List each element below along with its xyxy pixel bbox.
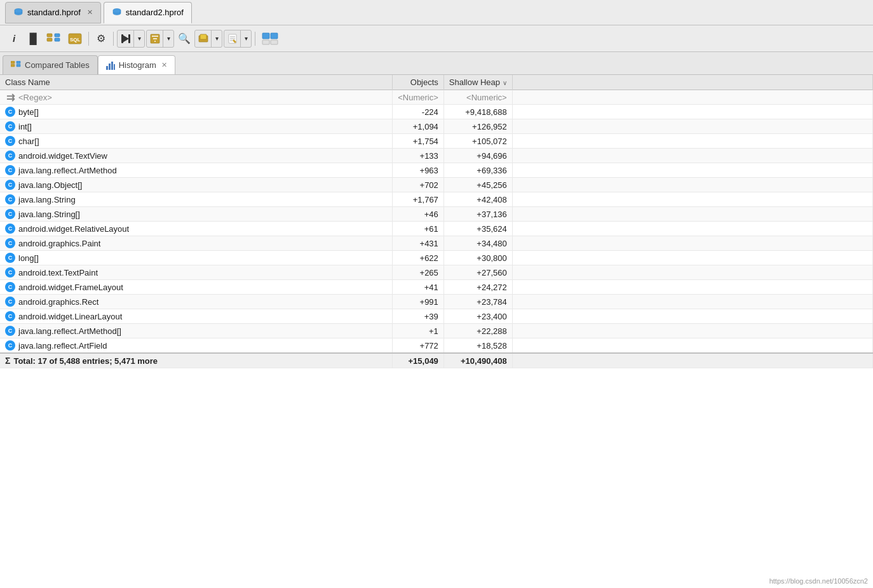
shallowheap-cell: +18,528 xyxy=(443,338,512,354)
svg-rect-29 xyxy=(17,64,20,67)
svg-rect-27 xyxy=(11,64,15,67)
objects-cell: +1,754 xyxy=(393,134,444,149)
table-row[interactable]: Cchar[] +1,754 +105,072 xyxy=(0,134,873,149)
table-row[interactable]: Candroid.widget.TextView +133 +94,696 xyxy=(0,149,873,163)
toolbar-group-3: ▾ xyxy=(194,30,222,48)
layout-icon xyxy=(262,32,278,45)
info-icon: i xyxy=(13,33,15,44)
classname-cell: Cjava.lang.String xyxy=(0,192,393,207)
sql-icon: SQL xyxy=(68,33,82,44)
objects-cell: +61 xyxy=(393,222,444,236)
export-dropdown[interactable]: ▾ xyxy=(212,30,222,48)
extra-cell xyxy=(512,178,872,192)
extra-cell xyxy=(512,163,872,178)
svg-rect-10 xyxy=(128,34,130,43)
filter-dropdown[interactable]: ▾ xyxy=(163,30,173,48)
svg-text:SQL: SQL xyxy=(70,37,81,43)
table-row[interactable]: Cjava.lang.String[] +46 +37,136 xyxy=(0,207,873,222)
toolbar-group-4: ▾ xyxy=(224,30,252,48)
toolbar-sep-3 xyxy=(255,32,255,46)
chart-icon: ▐▌ xyxy=(26,33,41,44)
table-row[interactable]: Cjava.lang.Object[] +702 +45,256 xyxy=(0,178,873,192)
col-header-objects[interactable]: Objects xyxy=(393,75,444,90)
table-row[interactable]: Cjava.lang.reflect.ArtMethod[] +1 +22,28… xyxy=(0,324,873,338)
chart-button[interactable]: ▐▌ xyxy=(24,30,42,48)
report-dropdown[interactable]: ▾ xyxy=(241,30,251,48)
shallowheap-cell: +9,418,688 xyxy=(443,105,512,119)
file-tab-1[interactable]: standard.hprof ✕ xyxy=(5,2,101,23)
classname-cell: Candroid.widget.TextView xyxy=(0,149,393,163)
filter-classname-cell[interactable]: ⇉ <Regex> xyxy=(0,90,393,105)
filter-extra-cell xyxy=(512,90,872,105)
compare-button[interactable] xyxy=(43,30,64,48)
shallowheap-cell: +94,696 xyxy=(443,149,512,163)
objects-cell: +46 xyxy=(393,207,444,222)
objects-cell: +265 xyxy=(393,265,444,280)
shallowheap-cell: +69,336 xyxy=(443,163,512,178)
svg-rect-26 xyxy=(11,61,15,63)
table-row[interactable]: Candroid.widget.RelativeLayout +61 +35,6… xyxy=(0,222,873,236)
objects-cell: +431 xyxy=(393,236,444,251)
table-row[interactable]: Cjava.lang.reflect.ArtField +772 +18,528 xyxy=(0,338,873,354)
sql-button[interactable]: SQL xyxy=(65,30,85,48)
layout-button[interactable] xyxy=(259,30,281,48)
extra-cell xyxy=(512,324,872,338)
file-tab-1-close[interactable]: ✕ xyxy=(87,8,93,17)
tab-compared-tables[interactable]: Compared Tables xyxy=(3,55,98,74)
table-row[interactable]: Candroid.widget.FrameLayout +41 +24,272 xyxy=(0,280,873,295)
run-dropdown[interactable]: ▾ xyxy=(134,30,144,48)
table-row[interactable]: Cint[] +1,094 +126,952 xyxy=(0,119,873,134)
file-tab-2[interactable]: standard2.hprof xyxy=(104,2,192,23)
col-header-shallowheap[interactable]: Shallow Heap ∨ xyxy=(443,75,512,90)
table-row[interactable]: Cbyte[] -224 +9,418,688 xyxy=(0,105,873,119)
shallowheap-cell: +22,288 xyxy=(443,324,512,338)
shallowheap-cell: +105,072 xyxy=(443,134,512,149)
classname-cell: Candroid.text.TextPaint xyxy=(0,265,393,280)
svg-rect-32 xyxy=(111,62,113,70)
svg-rect-3 xyxy=(47,38,52,41)
info-button[interactable]: i xyxy=(5,30,23,48)
export-button[interactable] xyxy=(195,30,212,48)
class-icon: C xyxy=(5,326,15,336)
table-row[interactable]: Candroid.graphics.Rect +991 +23,784 xyxy=(0,295,873,309)
search-icon: 🔍 xyxy=(178,32,191,44)
run-icon xyxy=(121,34,131,44)
classname-cell: Candroid.widget.LinearLayout xyxy=(0,309,393,324)
svg-rect-9 xyxy=(121,34,123,43)
classname-cell: Cjava.lang.reflect.ArtMethod[] xyxy=(0,324,393,338)
filter-objects-cell[interactable]: <Numeric> xyxy=(393,90,444,105)
table-container[interactable]: Class Name Objects Shallow Heap ∨ xyxy=(0,75,873,588)
filter-shallowheap-cell[interactable]: <Numeric> xyxy=(443,90,512,105)
extra-cell xyxy=(512,251,872,265)
extra-cell xyxy=(512,207,872,222)
objects-cell: +963 xyxy=(393,163,444,178)
search-button[interactable]: 🔍 xyxy=(175,30,193,48)
col-header-classname[interactable]: Class Name xyxy=(0,75,393,90)
classname-cell: Cjava.lang.reflect.ArtField xyxy=(0,338,393,354)
run-button[interactable] xyxy=(118,30,134,48)
extra-cell xyxy=(512,236,872,251)
class-icon: C xyxy=(5,282,15,292)
main-content: Class Name Objects Shallow Heap ∨ xyxy=(0,75,873,588)
table-row[interactable]: Candroid.text.TextPaint +265 +27,560 xyxy=(0,265,873,280)
class-icon: C xyxy=(5,194,15,204)
total-extra-cell xyxy=(512,353,872,368)
class-icon: C xyxy=(5,253,15,263)
tab-histogram-close[interactable]: ✕ xyxy=(161,61,167,69)
extra-cell xyxy=(512,134,872,149)
table-row[interactable]: Cjava.lang.String +1,767 +42,408 xyxy=(0,192,873,207)
table-row[interactable]: Cjava.lang.reflect.ArtMethod +963 +69,33… xyxy=(0,163,873,178)
table-row[interactable]: Candroid.widget.LinearLayout +39 +23,400 xyxy=(0,309,873,324)
tab-histogram[interactable]: Histogram ✕ xyxy=(98,55,175,74)
filter-button[interactable] xyxy=(147,30,163,48)
svg-rect-5 xyxy=(55,38,60,41)
table-row[interactable]: Candroid.graphics.Paint +431 +34,480 xyxy=(0,236,873,251)
compare-tab-icon xyxy=(11,61,21,70)
settings-button[interactable]: ⚙ xyxy=(92,30,110,48)
table-row[interactable]: Clong[] +622 +30,800 xyxy=(0,251,873,265)
extra-cell xyxy=(512,192,872,207)
report-button[interactable] xyxy=(224,30,241,48)
classname-cell: Clong[] xyxy=(0,251,393,265)
class-icon: C xyxy=(5,311,15,321)
objects-cell: +39 xyxy=(393,309,444,324)
